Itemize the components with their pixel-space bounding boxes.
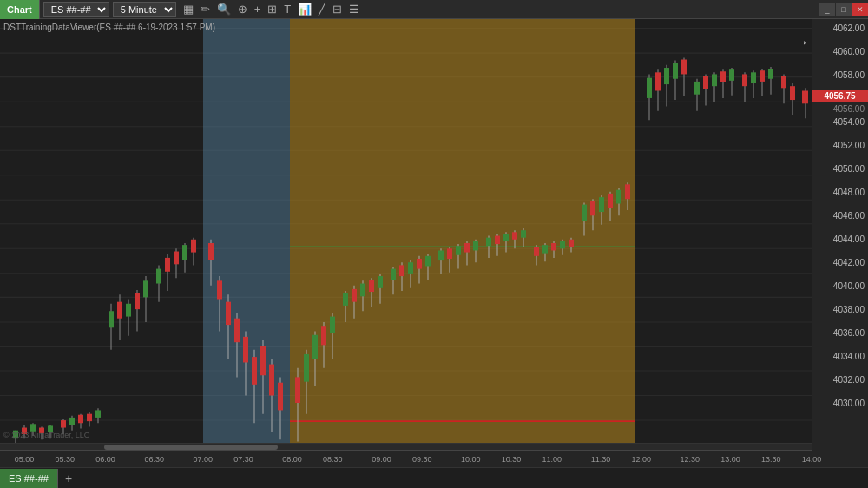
time-12-30: 12:30 bbox=[680, 455, 700, 464]
svg-rect-100 bbox=[378, 276, 383, 288]
svg-rect-144 bbox=[590, 201, 595, 215]
price-label-4050: 4050.00 bbox=[833, 164, 865, 174]
series-icon[interactable]: 📊 bbox=[296, 2, 313, 16]
price-label-below: 4056.00 bbox=[833, 104, 865, 114]
time-09-00: 09:00 bbox=[372, 455, 391, 464]
chart-button[interactable]: Chart bbox=[0, 0, 40, 19]
svg-rect-66 bbox=[217, 280, 222, 299]
svg-rect-86 bbox=[312, 335, 318, 359]
svg-rect-58 bbox=[174, 252, 179, 265]
time-13-30: 13:30 bbox=[761, 455, 781, 464]
svg-rect-126 bbox=[503, 234, 509, 241]
time-14-00: 14:00 bbox=[802, 455, 822, 464]
price-label-4062: 4062.00 bbox=[833, 23, 865, 33]
right-arrow-indicator: → bbox=[795, 35, 809, 50]
svg-rect-60 bbox=[182, 245, 187, 260]
svg-rect-142 bbox=[582, 205, 587, 221]
current-price-box: 4056.75 bbox=[812, 90, 868, 102]
price-label-4054: 4054.00 bbox=[833, 117, 865, 127]
zoom-in-icon[interactable]: ⊕ bbox=[236, 2, 249, 16]
time-08-30: 08:30 bbox=[323, 455, 343, 464]
svg-rect-90 bbox=[330, 317, 335, 333]
svg-rect-120 bbox=[473, 241, 478, 251]
svg-rect-52 bbox=[143, 280, 148, 297]
svg-rect-78 bbox=[269, 365, 274, 396]
svg-rect-62 bbox=[191, 240, 196, 253]
svg-rect-156 bbox=[655, 72, 661, 90]
svg-rect-122 bbox=[486, 238, 491, 247]
time-12-00: 12:00 bbox=[631, 455, 651, 464]
active-tab[interactable]: ES ##-## bbox=[0, 469, 58, 488]
time-09-30: 09:30 bbox=[412, 455, 432, 464]
svg-rect-88 bbox=[321, 326, 326, 345]
text-icon[interactable]: T bbox=[282, 2, 293, 16]
pencil-icon[interactable]: ✏ bbox=[199, 2, 212, 16]
close-btn[interactable]: ✕ bbox=[852, 3, 868, 16]
time-07-00: 07:00 bbox=[193, 455, 213, 464]
price-label-4042: 4042.00 bbox=[833, 258, 865, 267]
chart-title: DSTTrainingDataViewer(ES ##-## 6-19-2023… bbox=[3, 23, 215, 32]
price-label-4038: 4038.00 bbox=[833, 305, 865, 314]
minimize-btn[interactable]: _ bbox=[819, 3, 835, 16]
svg-rect-36 bbox=[69, 418, 75, 425]
time-10-30: 10:30 bbox=[502, 455, 522, 464]
svg-rect-118 bbox=[464, 243, 470, 253]
add-tab-button[interactable]: + bbox=[58, 469, 79, 488]
line-icon[interactable]: ╱ bbox=[317, 2, 327, 16]
props-icon[interactable]: ⊟ bbox=[331, 2, 344, 16]
price-label-4044: 4044.00 bbox=[833, 234, 865, 244]
svg-rect-166 bbox=[703, 76, 708, 89]
timeframe-select[interactable]: 5 Minute bbox=[113, 2, 176, 17]
svg-rect-104 bbox=[399, 265, 404, 276]
price-label-4040: 4040.00 bbox=[833, 281, 865, 291]
copyright: © 2023 NinjaTrader, LLC bbox=[3, 431, 89, 439]
svg-rect-134 bbox=[542, 245, 548, 254]
scrollbar[interactable] bbox=[0, 443, 812, 450]
rect-icon[interactable]: ⊞ bbox=[266, 2, 279, 16]
svg-rect-146 bbox=[599, 197, 604, 212]
svg-rect-72 bbox=[243, 337, 248, 363]
time-11-30: 11:30 bbox=[591, 455, 611, 464]
svg-rect-154 bbox=[647, 78, 652, 98]
instrument-select[interactable]: ES ##-## bbox=[43, 2, 109, 17]
svg-rect-170 bbox=[720, 71, 726, 82]
svg-rect-148 bbox=[608, 194, 613, 208]
svg-rect-80 bbox=[278, 383, 283, 411]
time-10-00: 10:00 bbox=[461, 455, 481, 464]
svg-rect-68 bbox=[226, 302, 231, 325]
chart-canvas[interactable] bbox=[0, 19, 812, 467]
svg-rect-182 bbox=[781, 76, 786, 89]
svg-rect-44 bbox=[108, 311, 114, 327]
top-bar: Chart ES ##-## 5 Minute ▦ ✏ 🔍 ⊕ + ⊞ T 📊 … bbox=[0, 0, 868, 19]
svg-rect-160 bbox=[673, 63, 678, 79]
svg-rect-42 bbox=[95, 410, 101, 417]
svg-rect-64 bbox=[208, 243, 214, 260]
svg-rect-50 bbox=[135, 293, 140, 309]
svg-rect-96 bbox=[360, 284, 365, 297]
svg-rect-102 bbox=[391, 269, 396, 280]
svg-rect-124 bbox=[495, 236, 500, 245]
svg-rect-108 bbox=[417, 259, 422, 269]
price-label-4048: 4048.00 bbox=[833, 188, 865, 197]
bar-chart-icon[interactable]: ▦ bbox=[181, 2, 195, 16]
svg-rect-70 bbox=[234, 319, 240, 342]
svg-rect-180 bbox=[768, 69, 773, 79]
zoom-out-icon[interactable]: 🔍 bbox=[215, 2, 233, 16]
maximize-btn[interactable]: □ bbox=[836, 3, 852, 16]
plus-icon[interactable]: + bbox=[253, 2, 263, 16]
svg-rect-112 bbox=[438, 250, 444, 260]
time-08-00: 08:00 bbox=[282, 455, 302, 464]
svg-rect-178 bbox=[760, 70, 765, 82]
price-label-4060: 4060.00 bbox=[833, 47, 865, 56]
svg-rect-168 bbox=[712, 74, 717, 86]
svg-rect-164 bbox=[694, 82, 700, 95]
bottom-tabs: ES ##-## + bbox=[0, 467, 868, 488]
menu-icon[interactable]: ☰ bbox=[347, 2, 361, 16]
svg-rect-20 bbox=[290, 19, 635, 449]
svg-rect-94 bbox=[352, 289, 357, 302]
svg-rect-56 bbox=[165, 258, 170, 272]
svg-rect-54 bbox=[156, 269, 161, 284]
price-label-4034: 4034.00 bbox=[833, 352, 865, 361]
svg-rect-110 bbox=[425, 256, 431, 267]
svg-rect-158 bbox=[664, 68, 669, 84]
